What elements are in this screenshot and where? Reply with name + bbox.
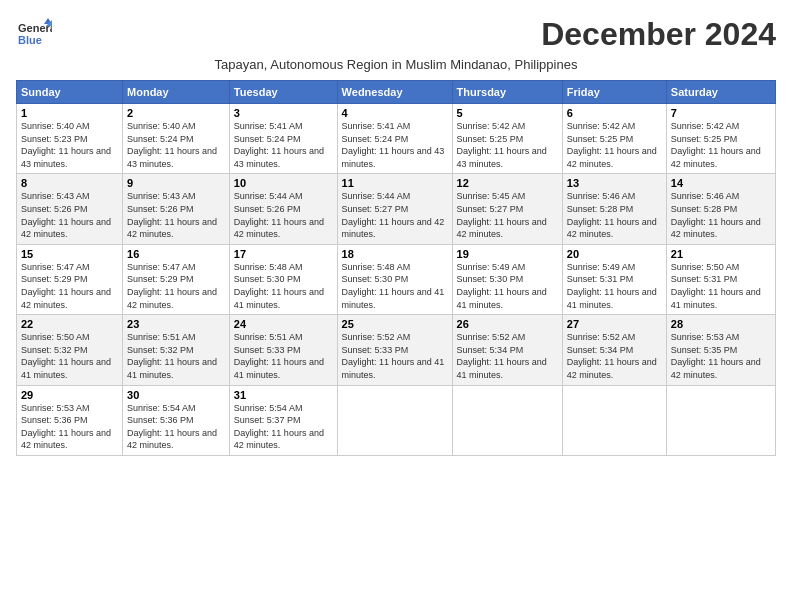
day-info: Sunrise: 5:48 AMSunset: 5:30 PMDaylight:… (342, 262, 445, 310)
calendar-day-cell (337, 385, 452, 455)
calendar-body: 1Sunrise: 5:40 AMSunset: 5:23 PMDaylight… (17, 104, 776, 456)
calendar-day-header: Sunday (17, 81, 123, 104)
day-info: Sunrise: 5:41 AMSunset: 5:24 PMDaylight:… (342, 121, 445, 169)
day-info: Sunrise: 5:42 AMSunset: 5:25 PMDaylight:… (457, 121, 547, 169)
calendar-day-cell: 7Sunrise: 5:42 AMSunset: 5:25 PMDaylight… (666, 104, 775, 174)
calendar-day-cell: 3Sunrise: 5:41 AMSunset: 5:24 PMDaylight… (229, 104, 337, 174)
day-info: Sunrise: 5:54 AMSunset: 5:36 PMDaylight:… (127, 403, 217, 451)
day-info: Sunrise: 5:49 AMSunset: 5:31 PMDaylight:… (567, 262, 657, 310)
calendar-table: SundayMondayTuesdayWednesdayThursdayFrid… (16, 80, 776, 456)
svg-text:Blue: Blue (18, 34, 42, 46)
day-info: Sunrise: 5:47 AMSunset: 5:29 PMDaylight:… (21, 262, 111, 310)
calendar-day-cell: 24Sunrise: 5:51 AMSunset: 5:33 PMDayligh… (229, 315, 337, 385)
day-info: Sunrise: 5:40 AMSunset: 5:23 PMDaylight:… (21, 121, 111, 169)
calendar-day-cell: 13Sunrise: 5:46 AMSunset: 5:28 PMDayligh… (562, 174, 666, 244)
day-info: Sunrise: 5:48 AMSunset: 5:30 PMDaylight:… (234, 262, 324, 310)
calendar-week-row: 29Sunrise: 5:53 AMSunset: 5:36 PMDayligh… (17, 385, 776, 455)
calendar-day-cell: 27Sunrise: 5:52 AMSunset: 5:34 PMDayligh… (562, 315, 666, 385)
calendar-day-cell: 14Sunrise: 5:46 AMSunset: 5:28 PMDayligh… (666, 174, 775, 244)
calendar-day-header: Friday (562, 81, 666, 104)
calendar-week-row: 1Sunrise: 5:40 AMSunset: 5:23 PMDaylight… (17, 104, 776, 174)
day-number: 24 (234, 318, 333, 330)
calendar-header-row: SundayMondayTuesdayWednesdayThursdayFrid… (17, 81, 776, 104)
day-info: Sunrise: 5:42 AMSunset: 5:25 PMDaylight:… (567, 121, 657, 169)
day-info: Sunrise: 5:47 AMSunset: 5:29 PMDaylight:… (127, 262, 217, 310)
calendar-day-header: Monday (123, 81, 230, 104)
calendar-day-cell: 26Sunrise: 5:52 AMSunset: 5:34 PMDayligh… (452, 315, 562, 385)
day-number: 7 (671, 107, 771, 119)
day-number: 14 (671, 177, 771, 189)
day-info: Sunrise: 5:41 AMSunset: 5:24 PMDaylight:… (234, 121, 324, 169)
calendar-day-cell: 21Sunrise: 5:50 AMSunset: 5:31 PMDayligh… (666, 244, 775, 314)
day-info: Sunrise: 5:42 AMSunset: 5:25 PMDaylight:… (671, 121, 761, 169)
day-info: Sunrise: 5:49 AMSunset: 5:30 PMDaylight:… (457, 262, 547, 310)
calendar-day-header: Tuesday (229, 81, 337, 104)
day-number: 12 (457, 177, 558, 189)
day-number: 18 (342, 248, 448, 260)
page-title: December 2024 (541, 16, 776, 53)
day-info: Sunrise: 5:40 AMSunset: 5:24 PMDaylight:… (127, 121, 217, 169)
calendar-day-cell: 25Sunrise: 5:52 AMSunset: 5:33 PMDayligh… (337, 315, 452, 385)
day-number: 2 (127, 107, 225, 119)
calendar-day-header: Saturday (666, 81, 775, 104)
day-info: Sunrise: 5:46 AMSunset: 5:28 PMDaylight:… (567, 191, 657, 239)
logo: General Blue (16, 16, 52, 52)
day-info: Sunrise: 5:50 AMSunset: 5:32 PMDaylight:… (21, 332, 111, 380)
calendar-day-cell: 22Sunrise: 5:50 AMSunset: 5:32 PMDayligh… (17, 315, 123, 385)
page-header: General Blue December 2024 (16, 16, 776, 53)
calendar-day-cell: 30Sunrise: 5:54 AMSunset: 5:36 PMDayligh… (123, 385, 230, 455)
calendar-day-cell: 16Sunrise: 5:47 AMSunset: 5:29 PMDayligh… (123, 244, 230, 314)
calendar-day-cell: 18Sunrise: 5:48 AMSunset: 5:30 PMDayligh… (337, 244, 452, 314)
day-number: 28 (671, 318, 771, 330)
calendar-day-cell: 28Sunrise: 5:53 AMSunset: 5:35 PMDayligh… (666, 315, 775, 385)
calendar-day-cell: 9Sunrise: 5:43 AMSunset: 5:26 PMDaylight… (123, 174, 230, 244)
day-number: 16 (127, 248, 225, 260)
calendar-day-header: Thursday (452, 81, 562, 104)
day-info: Sunrise: 5:53 AMSunset: 5:36 PMDaylight:… (21, 403, 111, 451)
calendar-day-cell: 2Sunrise: 5:40 AMSunset: 5:24 PMDaylight… (123, 104, 230, 174)
calendar-day-cell: 8Sunrise: 5:43 AMSunset: 5:26 PMDaylight… (17, 174, 123, 244)
day-number: 15 (21, 248, 118, 260)
calendar-day-cell: 6Sunrise: 5:42 AMSunset: 5:25 PMDaylight… (562, 104, 666, 174)
day-number: 10 (234, 177, 333, 189)
calendar-day-cell: 11Sunrise: 5:44 AMSunset: 5:27 PMDayligh… (337, 174, 452, 244)
calendar-day-cell (562, 385, 666, 455)
day-number: 1 (21, 107, 118, 119)
calendar-day-cell: 20Sunrise: 5:49 AMSunset: 5:31 PMDayligh… (562, 244, 666, 314)
calendar-day-cell: 1Sunrise: 5:40 AMSunset: 5:23 PMDaylight… (17, 104, 123, 174)
day-number: 27 (567, 318, 662, 330)
day-info: Sunrise: 5:43 AMSunset: 5:26 PMDaylight:… (21, 191, 111, 239)
calendar-week-row: 15Sunrise: 5:47 AMSunset: 5:29 PMDayligh… (17, 244, 776, 314)
day-info: Sunrise: 5:52 AMSunset: 5:34 PMDaylight:… (457, 332, 547, 380)
day-number: 19 (457, 248, 558, 260)
day-number: 21 (671, 248, 771, 260)
day-number: 9 (127, 177, 225, 189)
calendar-day-cell: 19Sunrise: 5:49 AMSunset: 5:30 PMDayligh… (452, 244, 562, 314)
day-number: 30 (127, 389, 225, 401)
day-number: 8 (21, 177, 118, 189)
day-info: Sunrise: 5:53 AMSunset: 5:35 PMDaylight:… (671, 332, 761, 380)
day-number: 13 (567, 177, 662, 189)
day-number: 20 (567, 248, 662, 260)
day-info: Sunrise: 5:44 AMSunset: 5:27 PMDaylight:… (342, 191, 445, 239)
calendar-week-row: 8Sunrise: 5:43 AMSunset: 5:26 PMDaylight… (17, 174, 776, 244)
day-info: Sunrise: 5:50 AMSunset: 5:31 PMDaylight:… (671, 262, 761, 310)
day-number: 23 (127, 318, 225, 330)
day-info: Sunrise: 5:54 AMSunset: 5:37 PMDaylight:… (234, 403, 324, 451)
calendar-day-cell: 4Sunrise: 5:41 AMSunset: 5:24 PMDaylight… (337, 104, 452, 174)
day-info: Sunrise: 5:46 AMSunset: 5:28 PMDaylight:… (671, 191, 761, 239)
day-number: 6 (567, 107, 662, 119)
day-number: 4 (342, 107, 448, 119)
calendar-day-cell: 12Sunrise: 5:45 AMSunset: 5:27 PMDayligh… (452, 174, 562, 244)
day-info: Sunrise: 5:51 AMSunset: 5:33 PMDaylight:… (234, 332, 324, 380)
calendar-day-cell: 5Sunrise: 5:42 AMSunset: 5:25 PMDaylight… (452, 104, 562, 174)
day-info: Sunrise: 5:43 AMSunset: 5:26 PMDaylight:… (127, 191, 217, 239)
page-subtitle: Tapayan, Autonomous Region in Muslim Min… (16, 57, 776, 72)
calendar-day-cell (666, 385, 775, 455)
calendar-day-cell: 23Sunrise: 5:51 AMSunset: 5:32 PMDayligh… (123, 315, 230, 385)
day-number: 5 (457, 107, 558, 119)
day-number: 29 (21, 389, 118, 401)
day-number: 17 (234, 248, 333, 260)
day-info: Sunrise: 5:44 AMSunset: 5:26 PMDaylight:… (234, 191, 324, 239)
day-number: 31 (234, 389, 333, 401)
